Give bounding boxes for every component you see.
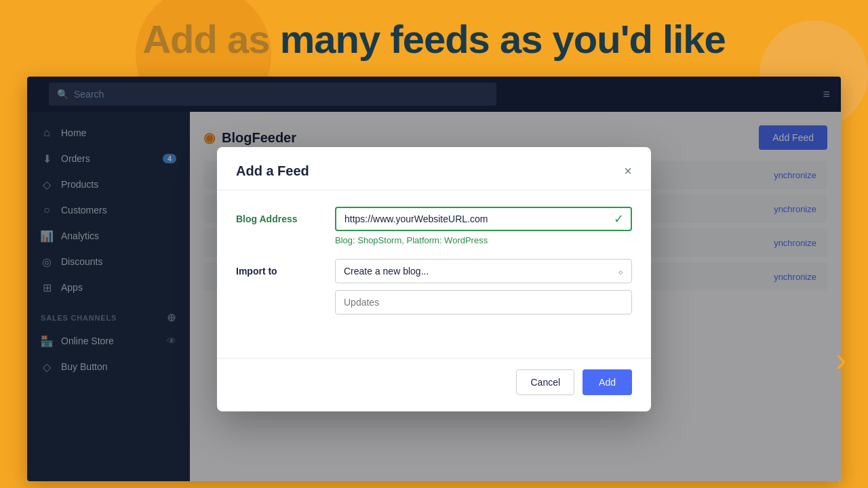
modal-footer: Cancel Add: [217, 358, 651, 411]
url-input-wrap: ✓: [335, 207, 632, 231]
import-to-select[interactable]: Create a new blog... ⬦: [335, 259, 632, 283]
import-to-row: Import to Create a new blog... ⬦: [236, 259, 632, 314]
add-feed-modal: Add a Feed × Blog Address ✓ Blog: ShopSt…: [217, 147, 651, 411]
url-valid-icon: ✓: [614, 211, 624, 226]
cancel-button[interactable]: Cancel: [516, 369, 574, 395]
add-button[interactable]: Add: [583, 369, 632, 395]
blog-name-input[interactable]: [335, 290, 632, 314]
app-window: 🔍 Search ≡ ⌂ Home ⬇ Orders 4 ◇ Products: [27, 77, 841, 481]
import-to-value: Create a new blog...: [344, 266, 429, 277]
select-arrow-icon: ⬦: [618, 266, 623, 277]
modal-header: Add a Feed ×: [217, 147, 651, 190]
modal-close-button[interactable]: ×: [624, 164, 632, 178]
banner: Add as many feeds as you'd like: [0, 0, 868, 78]
import-to-label: Import to: [236, 259, 324, 277]
deco-arrow: ›: [814, 332, 868, 386]
url-hint: Blog: ShopStorm, Platform: WordPress: [335, 235, 632, 245]
blog-address-label: Blog Address: [236, 207, 324, 224]
import-select-wrap: Create a new blog... ⬦: [335, 259, 632, 283]
blog-address-row: Blog Address ✓ Blog: ShopStorm, Platform…: [236, 207, 632, 245]
modal-title: Add a Feed: [236, 163, 309, 179]
modal-overlay: Add a Feed × Blog Address ✓ Blog: ShopSt…: [27, 77, 841, 481]
import-to-field-wrap: Create a new blog... ⬦: [335, 259, 632, 314]
blog-address-input[interactable]: [335, 207, 632, 231]
blog-address-field-wrap: ✓ Blog: ShopStorm, Platform: WordPress: [335, 207, 632, 245]
modal-body: Blog Address ✓ Blog: ShopStorm, Platform…: [217, 190, 651, 344]
